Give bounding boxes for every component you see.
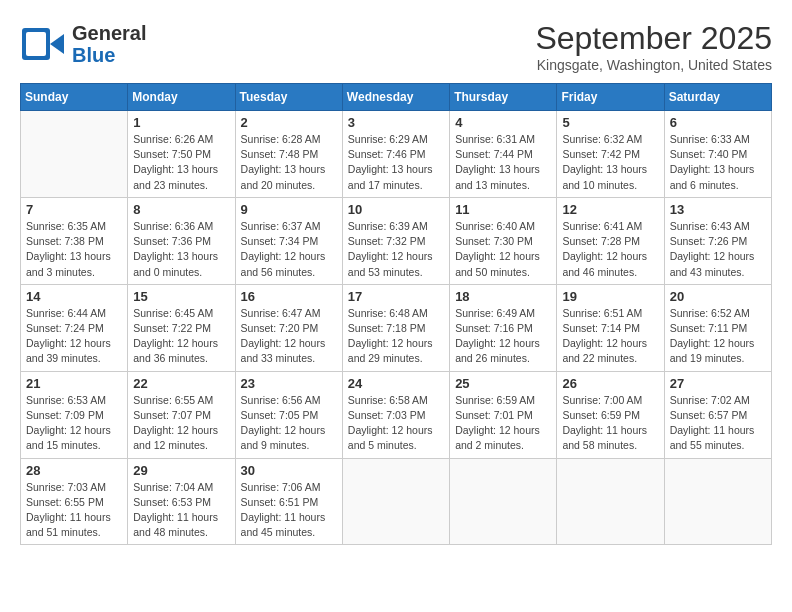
day-info: Sunrise: 6:51 AMSunset: 7:14 PMDaylight:…	[562, 306, 658, 367]
calendar-week-row: 28Sunrise: 7:03 AMSunset: 6:55 PMDayligh…	[21, 458, 772, 545]
calendar-cell: 10Sunrise: 6:39 AMSunset: 7:32 PMDayligh…	[342, 197, 449, 284]
calendar-cell	[557, 458, 664, 545]
calendar-cell: 19Sunrise: 6:51 AMSunset: 7:14 PMDayligh…	[557, 284, 664, 371]
svg-marker-2	[50, 34, 64, 54]
day-info: Sunrise: 6:33 AMSunset: 7:40 PMDaylight:…	[670, 132, 766, 193]
calendar-cell: 1Sunrise: 6:26 AMSunset: 7:50 PMDaylight…	[128, 111, 235, 198]
calendar-cell: 24Sunrise: 6:58 AMSunset: 7:03 PMDayligh…	[342, 371, 449, 458]
day-number: 18	[455, 289, 551, 304]
location-subtitle: Kingsgate, Washington, United States	[535, 57, 772, 73]
day-info: Sunrise: 7:04 AMSunset: 6:53 PMDaylight:…	[133, 480, 229, 541]
calendar-cell: 6Sunrise: 6:33 AMSunset: 7:40 PMDaylight…	[664, 111, 771, 198]
calendar-cell: 12Sunrise: 6:41 AMSunset: 7:28 PMDayligh…	[557, 197, 664, 284]
calendar-cell: 7Sunrise: 6:35 AMSunset: 7:38 PMDaylight…	[21, 197, 128, 284]
day-info: Sunrise: 6:58 AMSunset: 7:03 PMDaylight:…	[348, 393, 444, 454]
day-number: 10	[348, 202, 444, 217]
calendar-cell: 11Sunrise: 6:40 AMSunset: 7:30 PMDayligh…	[450, 197, 557, 284]
weekday-header: Tuesday	[235, 84, 342, 111]
day-number: 17	[348, 289, 444, 304]
day-info: Sunrise: 6:48 AMSunset: 7:18 PMDaylight:…	[348, 306, 444, 367]
calendar-cell: 17Sunrise: 6:48 AMSunset: 7:18 PMDayligh…	[342, 284, 449, 371]
weekday-header: Thursday	[450, 84, 557, 111]
calendar-cell: 9Sunrise: 6:37 AMSunset: 7:34 PMDaylight…	[235, 197, 342, 284]
calendar-cell: 8Sunrise: 6:36 AMSunset: 7:36 PMDaylight…	[128, 197, 235, 284]
day-info: Sunrise: 7:03 AMSunset: 6:55 PMDaylight:…	[26, 480, 122, 541]
day-info: Sunrise: 6:45 AMSunset: 7:22 PMDaylight:…	[133, 306, 229, 367]
calendar-cell: 2Sunrise: 6:28 AMSunset: 7:48 PMDaylight…	[235, 111, 342, 198]
day-number: 15	[133, 289, 229, 304]
month-title: September 2025	[535, 20, 772, 57]
day-number: 28	[26, 463, 122, 478]
day-number: 11	[455, 202, 551, 217]
day-number: 14	[26, 289, 122, 304]
calendar-cell	[450, 458, 557, 545]
day-number: 13	[670, 202, 766, 217]
day-number: 5	[562, 115, 658, 130]
logo-general: General	[72, 22, 146, 44]
day-number: 16	[241, 289, 337, 304]
calendar-cell: 14Sunrise: 6:44 AMSunset: 7:24 PMDayligh…	[21, 284, 128, 371]
day-info: Sunrise: 6:26 AMSunset: 7:50 PMDaylight:…	[133, 132, 229, 193]
logo-blue: Blue	[72, 44, 115, 66]
calendar-table: SundayMondayTuesdayWednesdayThursdayFrid…	[20, 83, 772, 545]
day-info: Sunrise: 6:59 AMSunset: 7:01 PMDaylight:…	[455, 393, 551, 454]
day-number: 21	[26, 376, 122, 391]
calendar-cell: 25Sunrise: 6:59 AMSunset: 7:01 PMDayligh…	[450, 371, 557, 458]
day-number: 20	[670, 289, 766, 304]
day-info: Sunrise: 6:28 AMSunset: 7:48 PMDaylight:…	[241, 132, 337, 193]
day-number: 27	[670, 376, 766, 391]
day-number: 12	[562, 202, 658, 217]
day-info: Sunrise: 6:39 AMSunset: 7:32 PMDaylight:…	[348, 219, 444, 280]
day-number: 4	[455, 115, 551, 130]
day-number: 9	[241, 202, 337, 217]
day-info: Sunrise: 6:49 AMSunset: 7:16 PMDaylight:…	[455, 306, 551, 367]
day-info: Sunrise: 6:35 AMSunset: 7:38 PMDaylight:…	[26, 219, 122, 280]
calendar-week-row: 7Sunrise: 6:35 AMSunset: 7:38 PMDaylight…	[21, 197, 772, 284]
svg-rect-1	[26, 32, 46, 56]
logo: General Blue	[20, 20, 146, 68]
calendar-cell: 13Sunrise: 6:43 AMSunset: 7:26 PMDayligh…	[664, 197, 771, 284]
calendar-cell: 15Sunrise: 6:45 AMSunset: 7:22 PMDayligh…	[128, 284, 235, 371]
calendar-cell: 18Sunrise: 6:49 AMSunset: 7:16 PMDayligh…	[450, 284, 557, 371]
calendar-cell: 29Sunrise: 7:04 AMSunset: 6:53 PMDayligh…	[128, 458, 235, 545]
day-number: 2	[241, 115, 337, 130]
day-info: Sunrise: 7:00 AMSunset: 6:59 PMDaylight:…	[562, 393, 658, 454]
page-header: General Blue September 2025 Kingsgate, W…	[20, 20, 772, 73]
calendar-cell: 27Sunrise: 7:02 AMSunset: 6:57 PMDayligh…	[664, 371, 771, 458]
title-area: September 2025 Kingsgate, Washington, Un…	[535, 20, 772, 73]
day-info: Sunrise: 6:29 AMSunset: 7:46 PMDaylight:…	[348, 132, 444, 193]
calendar-cell: 30Sunrise: 7:06 AMSunset: 6:51 PMDayligh…	[235, 458, 342, 545]
day-info: Sunrise: 7:06 AMSunset: 6:51 PMDaylight:…	[241, 480, 337, 541]
calendar-cell: 28Sunrise: 7:03 AMSunset: 6:55 PMDayligh…	[21, 458, 128, 545]
day-info: Sunrise: 6:41 AMSunset: 7:28 PMDaylight:…	[562, 219, 658, 280]
day-number: 30	[241, 463, 337, 478]
calendar-cell: 22Sunrise: 6:55 AMSunset: 7:07 PMDayligh…	[128, 371, 235, 458]
calendar-cell	[664, 458, 771, 545]
day-info: Sunrise: 6:32 AMSunset: 7:42 PMDaylight:…	[562, 132, 658, 193]
day-number: 22	[133, 376, 229, 391]
day-info: Sunrise: 6:44 AMSunset: 7:24 PMDaylight:…	[26, 306, 122, 367]
day-info: Sunrise: 6:52 AMSunset: 7:11 PMDaylight:…	[670, 306, 766, 367]
day-number: 1	[133, 115, 229, 130]
day-info: Sunrise: 7:02 AMSunset: 6:57 PMDaylight:…	[670, 393, 766, 454]
calendar-cell: 5Sunrise: 6:32 AMSunset: 7:42 PMDaylight…	[557, 111, 664, 198]
day-info: Sunrise: 6:36 AMSunset: 7:36 PMDaylight:…	[133, 219, 229, 280]
day-number: 23	[241, 376, 337, 391]
calendar-cell: 16Sunrise: 6:47 AMSunset: 7:20 PMDayligh…	[235, 284, 342, 371]
day-number: 26	[562, 376, 658, 391]
logo-icon	[20, 20, 68, 68]
day-info: Sunrise: 6:37 AMSunset: 7:34 PMDaylight:…	[241, 219, 337, 280]
day-info: Sunrise: 6:43 AMSunset: 7:26 PMDaylight:…	[670, 219, 766, 280]
day-info: Sunrise: 6:47 AMSunset: 7:20 PMDaylight:…	[241, 306, 337, 367]
calendar-cell: 3Sunrise: 6:29 AMSunset: 7:46 PMDaylight…	[342, 111, 449, 198]
calendar-week-row: 14Sunrise: 6:44 AMSunset: 7:24 PMDayligh…	[21, 284, 772, 371]
calendar-cell: 4Sunrise: 6:31 AMSunset: 7:44 PMDaylight…	[450, 111, 557, 198]
weekday-header: Sunday	[21, 84, 128, 111]
weekday-header: Wednesday	[342, 84, 449, 111]
day-number: 6	[670, 115, 766, 130]
calendar-cell: 23Sunrise: 6:56 AMSunset: 7:05 PMDayligh…	[235, 371, 342, 458]
day-number: 7	[26, 202, 122, 217]
calendar-week-row: 21Sunrise: 6:53 AMSunset: 7:09 PMDayligh…	[21, 371, 772, 458]
calendar-cell: 21Sunrise: 6:53 AMSunset: 7:09 PMDayligh…	[21, 371, 128, 458]
calendar-week-row: 1Sunrise: 6:26 AMSunset: 7:50 PMDaylight…	[21, 111, 772, 198]
